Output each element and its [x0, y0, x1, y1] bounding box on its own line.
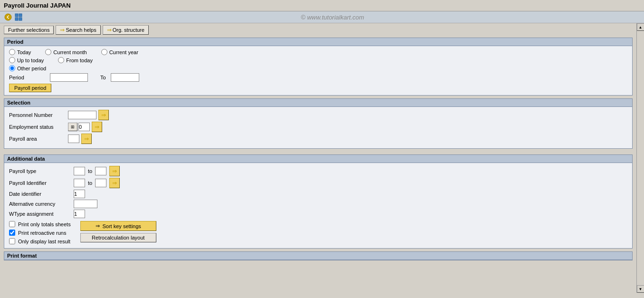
radio-from-today-label: From today: [66, 58, 93, 63]
personnel-number-label: Personnel Number: [9, 112, 66, 118]
svg-rect-2: [15, 14, 18, 17]
print-retroactive-label: Print retroactive runs: [18, 230, 66, 236]
radio-current-year-label: Current year: [109, 49, 138, 55]
wtype-assignment-input[interactable]: [74, 210, 85, 218]
radio-from-today[interactable]: [58, 57, 64, 63]
scrollbar: ▲ ▼: [636, 23, 644, 293]
search-helps-label: Search helps: [66, 27, 96, 33]
radio-current-month[interactable]: [45, 49, 51, 55]
payroll-type-row: Payroll type to ⇒: [9, 166, 627, 176]
period-section-header: Period: [4, 38, 632, 46]
print-format-header: Print format: [4, 252, 632, 260]
checkbox-btn-area: Print only totals sheets Print retroacti…: [9, 221, 627, 245]
date-identifier-label: Date identifier: [9, 191, 71, 197]
only-last-result-row: Only display last result: [9, 238, 71, 244]
period-radio-group-2: Up to today From today: [9, 57, 627, 63]
payroll-area-row: Payroll area ⇒: [9, 134, 627, 144]
employment-status-expand-btn[interactable]: ⊞: [68, 123, 77, 131]
alternative-currency-input[interactable]: [74, 200, 97, 208]
scroll-down-button[interactable]: ▼: [637, 285, 644, 293]
period-label: Period: [9, 75, 47, 80]
radio-current-year[interactable]: [101, 49, 107, 55]
additional-data-body: Payroll type to ⇒ Payroll Identifier to …: [4, 163, 632, 248]
radio-up-to-today-label: Up to today: [17, 58, 44, 63]
scroll-up-button[interactable]: ▲: [637, 23, 644, 31]
period-section: Period Today Current month Current year: [4, 38, 633, 96]
employment-status-input[interactable]: [78, 123, 90, 131]
period-radio-group-3: Other period: [9, 65, 627, 71]
wtype-assignment-label: WType assignment: [9, 211, 71, 217]
radio-other-period-label: Other period: [17, 66, 46, 71]
additional-data-header: Additional data: [4, 155, 632, 163]
tab-bar: Further selections ⇒ Search helps ⇒ Org.…: [4, 25, 633, 35]
payroll-type-input[interactable]: [74, 167, 85, 175]
payroll-area-arrow-btn[interactable]: ⇒: [81, 134, 92, 144]
payroll-type-label: Payroll type: [9, 168, 71, 174]
sort-key-arrow-icon: ⇒: [96, 223, 100, 229]
print-retroactive-row: Print retroactive runs: [9, 230, 71, 236]
retrocalculation-layout-button[interactable]: Retrocalculation layout: [80, 233, 156, 242]
alternative-currency-row: Alternative currency: [9, 200, 627, 208]
further-selections-label: Further selections: [8, 27, 49, 33]
additional-grid: Payroll type to ⇒ Payroll Identifier to …: [9, 166, 627, 218]
watermark: © www.tutorialkart.com: [25, 14, 640, 21]
content-area: Further selections ⇒ Search helps ⇒ Org.…: [0, 23, 636, 293]
org-structure-arrow-icon: ⇒: [107, 27, 112, 33]
radio-today-label: Today: [17, 49, 31, 55]
period-from-input[interactable]: [50, 73, 88, 82]
employment-status-label: Employment status: [9, 124, 66, 130]
radio-current-month-label: Current month: [53, 49, 87, 55]
radio-today[interactable]: [9, 49, 15, 55]
payroll-area-label: Payroll area: [9, 136, 66, 142]
payroll-area-input[interactable]: [68, 135, 79, 143]
payroll-identifier-arrow-btn[interactable]: ⇒: [109, 178, 120, 188]
period-radio-group: Today Current month Current year: [9, 49, 627, 55]
personnel-number-arrow-btn[interactable]: ⇒: [98, 110, 109, 120]
svg-rect-3: [19, 14, 22, 17]
app-title: Payroll Journal JAPAN: [4, 2, 71, 9]
period-section-body: Today Current month Current year Up to t…: [4, 46, 632, 95]
employment-status-group: ⊞: [68, 123, 90, 131]
radio-up-to-today[interactable]: [9, 57, 15, 63]
tab-further-selections[interactable]: Further selections: [4, 26, 54, 34]
title-bar: Payroll Journal JAPAN: [0, 0, 644, 11]
print-totals-row: Print only totals sheets: [9, 221, 71, 227]
employment-status-arrow-btn[interactable]: ⇒: [92, 122, 102, 132]
period-field-row: Period To: [9, 73, 627, 82]
search-helps-arrow-icon: ⇒: [60, 27, 65, 33]
radio-today-row: Today: [9, 49, 31, 55]
toolbar: © www.tutorialkart.com: [0, 11, 644, 23]
date-identifier-row: Date identifier: [9, 190, 627, 198]
svg-rect-5: [19, 18, 22, 20]
only-last-result-checkbox[interactable]: [9, 238, 15, 244]
payroll-identifier-input[interactable]: [74, 179, 85, 187]
payroll-identifier-label: Payroll Identifier: [9, 180, 71, 186]
personnel-number-row: Personnel Number ⇒: [9, 110, 627, 120]
payroll-type-arrow-btn[interactable]: ⇒: [109, 166, 120, 176]
main-container: Further selections ⇒ Search helps ⇒ Org.…: [0, 23, 644, 293]
wtype-assignment-row: WType assignment: [9, 210, 627, 218]
print-totals-label: Print only totals sheets: [18, 221, 71, 227]
payroll-type-to-input[interactable]: [95, 167, 106, 175]
back-icon[interactable]: [4, 13, 12, 21]
radio-current-month-row: Current month: [45, 49, 87, 55]
employment-status-row: Employment status ⊞ ⇒: [9, 122, 627, 132]
radio-other-period[interactable]: [9, 65, 15, 71]
selection-section-body: Personnel Number ⇒ Employment status ⊞ ⇒…: [4, 107, 632, 148]
sort-key-settings-button[interactable]: ⇒ Sort key settings: [80, 221, 156, 231]
period-to-label: To: [100, 75, 106, 80]
selection-section: Selection Personnel Number ⇒ Employment …: [4, 98, 633, 149]
print-retroactive-checkbox[interactable]: [9, 230, 15, 236]
print-totals-checkbox[interactable]: [9, 221, 15, 227]
date-identifier-input[interactable]: [74, 190, 85, 198]
grid-icon[interactable]: [14, 13, 23, 21]
period-to-input[interactable]: [111, 73, 139, 82]
org-structure-label: Org. structure: [113, 27, 144, 33]
payroll-period-button[interactable]: Payroll period: [9, 84, 51, 92]
radio-current-year-row: Current year: [101, 49, 138, 55]
tab-search-helps[interactable]: ⇒ Search helps: [56, 25, 100, 35]
personnel-number-input[interactable]: [68, 111, 96, 119]
payroll-identifier-to-input[interactable]: [95, 179, 106, 187]
tab-org-structure[interactable]: ⇒ Org. structure: [103, 25, 149, 35]
radio-from-today-row: From today: [58, 57, 93, 63]
